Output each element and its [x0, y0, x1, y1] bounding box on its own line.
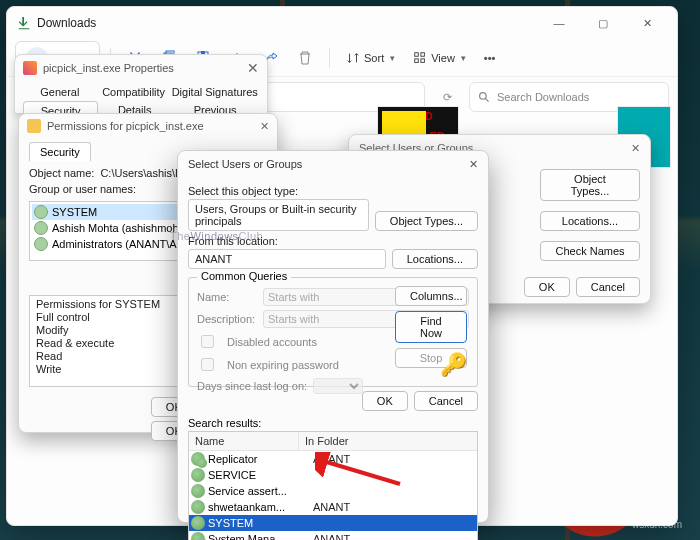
properties-titlebar[interactable]: picpick_inst.exe Properties ✕ [15, 55, 267, 81]
sort-label: Sort [364, 52, 384, 64]
tab-general[interactable]: General [23, 83, 97, 101]
cancel-button[interactable]: Cancel [576, 277, 640, 297]
maximize-button[interactable]: ▢ [583, 9, 623, 37]
close-icon[interactable]: ✕ [247, 60, 259, 76]
properties-window: picpick_inst.exe Properties ✕ General Co… [14, 54, 268, 114]
tab-compatibility[interactable]: Compatibility [97, 83, 171, 101]
days-select[interactable] [313, 378, 363, 394]
principal-icon [191, 500, 205, 514]
divider [329, 48, 330, 68]
chevron-down-icon: ▾ [390, 53, 395, 63]
user-icon [34, 237, 48, 251]
search-results-table[interactable]: Name In Folder ReplicatorANANTSERVICESer… [188, 431, 478, 540]
chevron-down-icon: ▾ [461, 53, 466, 63]
search-results-label: Search results: [178, 417, 488, 429]
tab-digital-signatures[interactable]: Digital Signatures [171, 83, 260, 101]
principal-icon [191, 484, 205, 498]
result-name: SYSTEM [208, 517, 313, 529]
search-placeholder: Search Downloads [497, 91, 589, 103]
result-row[interactable]: SERVICE [189, 467, 477, 483]
locations-button[interactable]: Locations... [392, 249, 478, 269]
explorer-title: Downloads [37, 16, 539, 30]
principal-icon [191, 516, 205, 530]
result-name: SERVICE [208, 469, 313, 481]
delete-icon[interactable] [291, 44, 319, 72]
disabled-accounts-checkbox[interactable] [201, 335, 214, 348]
common-queries-group: Common Queries Columns... Find Now Stop … [188, 277, 478, 387]
result-folder: ANANT [313, 501, 475, 513]
user-icon [34, 205, 48, 219]
cancel-button[interactable]: Cancel [414, 391, 478, 411]
table-header: Name In Folder [189, 432, 477, 451]
result-row[interactable]: Service assert... [189, 483, 477, 499]
svg-point-10 [480, 92, 487, 99]
svg-line-11 [485, 98, 488, 101]
non-expiring-checkbox[interactable] [201, 358, 214, 371]
description-label: Description: [197, 313, 257, 325]
select-users-title: Select Users or Groups [188, 158, 302, 170]
svg-rect-8 [415, 58, 419, 62]
ok-button[interactable]: OK [524, 277, 570, 297]
find-now-button[interactable]: Find Now [395, 311, 467, 343]
result-name: Replicator [208, 453, 313, 465]
svg-rect-9 [421, 58, 425, 62]
result-name: shwetaankam... [208, 501, 313, 513]
object-types-button[interactable]: Object Types... [375, 211, 478, 231]
result-row[interactable]: SYSTEM [189, 515, 477, 531]
result-name: System Mana... [208, 533, 313, 540]
permissions-titlebar[interactable]: Permissions for picpick_inst.exe ✕ [19, 114, 277, 138]
non-expiring-label: Non expiring password [227, 359, 339, 371]
disabled-accounts-label: Disabled accounts [227, 336, 317, 348]
result-folder: ANANT [313, 453, 475, 465]
search-icon [478, 91, 491, 104]
close-icon[interactable]: ✕ [260, 120, 269, 133]
close-icon[interactable]: ✕ [631, 142, 640, 155]
result-folder: ANANT [313, 533, 475, 540]
minimize-button[interactable]: — [539, 9, 579, 37]
common-queries-title: Common Queries [197, 270, 291, 282]
svg-rect-7 [421, 52, 425, 56]
name-label: Name: [197, 291, 257, 303]
col-name: Name [189, 432, 299, 450]
col-folder: In Folder [299, 432, 354, 450]
more-button[interactable]: ••• [478, 48, 502, 68]
select-users-window: Select Users or Groups ✕ Select this obj… [177, 150, 489, 523]
location-label: From this location: [188, 235, 478, 247]
permissions-title: Permissions for picpick_inst.exe [47, 120, 204, 132]
columns-button[interactable]: Columns... [395, 286, 467, 306]
result-row[interactable]: shwetaankam...ANANT [189, 499, 477, 515]
locations-button[interactable]: Locations... [540, 211, 640, 231]
object-types-button[interactable]: Object Types... [540, 169, 640, 201]
principal-icon [191, 532, 205, 540]
ok-button[interactable]: OK [362, 391, 408, 411]
explorer-titlebar[interactable]: Downloads — ▢ ✕ [7, 7, 677, 39]
tab-security[interactable]: Security [29, 142, 91, 161]
properties-title: picpick_inst.exe Properties [43, 62, 174, 74]
object-name-label: Object name: [29, 167, 94, 179]
select-users-titlebar[interactable]: Select Users or Groups ✕ [178, 151, 488, 177]
close-icon[interactable]: ✕ [469, 158, 478, 171]
result-row[interactable]: System Mana...ANANT [189, 531, 477, 540]
svg-rect-6 [415, 52, 419, 56]
close-button[interactable]: ✕ [627, 9, 667, 37]
principal-icon [191, 468, 205, 482]
sort-button[interactable]: Sort ▾ [340, 47, 401, 69]
object-type-value: Users, Groups or Built-in security princ… [188, 199, 369, 231]
days-since-label: Days since last log on: [197, 380, 307, 392]
app-icon [23, 61, 37, 75]
download-icon [17, 16, 31, 30]
result-name: Service assert... [208, 485, 313, 497]
principal-icon [191, 452, 205, 466]
view-label: View [431, 52, 455, 64]
folder-icon [27, 119, 41, 133]
view-button[interactable]: View ▾ [407, 47, 472, 69]
user-icon [34, 221, 48, 235]
object-type-label: Select this object type: [188, 185, 478, 197]
result-row[interactable]: ReplicatorANANT [189, 451, 477, 467]
key-icon: 🔑 [440, 352, 467, 378]
source-badge: wsxdn.com [632, 519, 682, 530]
location-value: ANANT [188, 249, 386, 269]
check-names-button[interactable]: Check Names [540, 241, 640, 261]
